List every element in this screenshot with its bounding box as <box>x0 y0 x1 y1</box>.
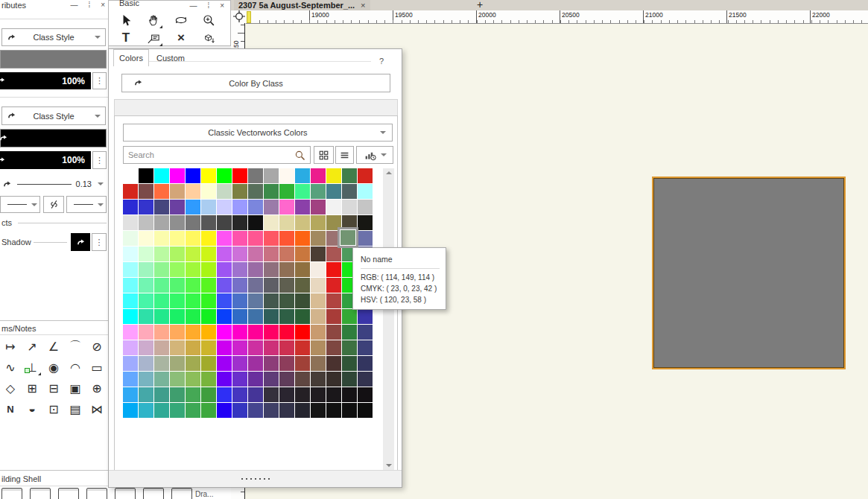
color-swatch[interactable] <box>326 278 341 293</box>
protractor-tool[interactable]: ◠ <box>66 358 85 376</box>
color-swatch[interactable] <box>326 247 341 261</box>
elevation-benchmark-tool[interactable]: ⊟ <box>44 379 63 397</box>
color-swatch[interactable] <box>342 340 357 355</box>
color-swatch[interactable] <box>217 215 232 230</box>
color-swatch[interactable] <box>326 168 341 183</box>
color-swatch[interactable] <box>326 387 341 402</box>
color-swatch[interactable] <box>217 278 232 293</box>
color-swatch[interactable] <box>279 200 294 214</box>
color-swatch[interactable] <box>311 372 326 387</box>
color-swatch[interactable] <box>311 309 326 324</box>
color-swatch[interactable] <box>139 215 153 230</box>
color-swatch[interactable] <box>139 356 153 371</box>
building-shell-tool[interactable] <box>143 488 164 499</box>
color-swatch[interactable] <box>139 184 153 199</box>
color-swatch[interactable] <box>342 356 357 371</box>
color-swatch[interactable] <box>186 247 200 261</box>
building-shell-tool[interactable] <box>58 488 79 499</box>
color-swatch[interactable] <box>170 168 185 183</box>
building-shell-tool[interactable] <box>30 488 51 499</box>
color-swatch[interactable] <box>311 168 326 183</box>
color-swatch[interactable] <box>186 340 200 355</box>
color-swatch[interactable] <box>123 168 138 183</box>
color-swatch[interactable] <box>248 309 263 324</box>
color-swatch[interactable] <box>201 262 216 277</box>
color-swatch[interactable] <box>311 247 326 261</box>
color-swatch[interactable] <box>358 168 373 183</box>
color-swatch[interactable] <box>201 340 216 355</box>
color-swatch[interactable] <box>201 356 216 371</box>
color-swatch[interactable] <box>279 372 294 387</box>
translate-view-tool[interactable] <box>199 29 218 47</box>
color-swatch[interactable] <box>186 215 200 230</box>
color-swatch[interactable] <box>279 231 294 246</box>
color-swatch[interactable] <box>139 262 153 277</box>
color-swatch[interactable] <box>295 184 310 199</box>
color-swatch[interactable] <box>358 215 373 230</box>
fill-opacity-menu-button[interactable]: ⋮ <box>92 72 107 89</box>
datum-point-tool[interactable]: ◒ <box>22 400 42 418</box>
color-swatch[interactable] <box>217 387 232 402</box>
color-swatch[interactable] <box>170 325 185 340</box>
color-swatch[interactable] <box>326 340 341 355</box>
color-swatch[interactable] <box>279 340 294 355</box>
pen-color-bar[interactable] <box>0 129 107 147</box>
color-swatch[interactable] <box>186 356 200 371</box>
color-swatch[interactable] <box>139 231 153 246</box>
color-swatch[interactable] <box>311 215 326 230</box>
callout-tool[interactable] <box>144 29 163 47</box>
color-swatch[interactable] <box>139 200 153 214</box>
color-swatch[interactable] <box>358 231 373 246</box>
callout-note-tool[interactable]: ▭ <box>87 358 107 376</box>
color-swatch[interactable] <box>295 293 310 308</box>
color-swatch[interactable] <box>217 262 232 277</box>
color-swatch[interactable] <box>170 231 185 246</box>
ordinate-dim-tool[interactable]: ⊞ <box>22 379 42 397</box>
color-swatch[interactable] <box>186 168 200 183</box>
fill-color-bar[interactable] <box>0 50 107 69</box>
color-swatch[interactable] <box>358 325 373 340</box>
color-swatch[interactable] <box>232 278 247 293</box>
color-swatch[interactable] <box>232 262 247 277</box>
color-swatch[interactable] <box>139 340 153 355</box>
color-swatch[interactable] <box>186 372 200 387</box>
color-swatch[interactable] <box>264 247 279 261</box>
color-swatch[interactable] <box>326 356 341 371</box>
color-swatch[interactable] <box>139 372 153 387</box>
color-swatch[interactable] <box>217 340 232 355</box>
color-swatch[interactable] <box>326 309 341 324</box>
pen-opacity-menu-button[interactable]: ⋮ <box>92 151 107 169</box>
close-icon[interactable]: × <box>101 1 105 9</box>
line-weight-row[interactable]: 0.13 <box>0 176 107 192</box>
angular-dim-tool[interactable]: ∠ <box>44 337 63 355</box>
dialog-resize-grip[interactable] <box>109 470 402 487</box>
color-swatch[interactable] <box>248 293 263 308</box>
color-swatch[interactable] <box>248 215 263 230</box>
color-swatch[interactable] <box>232 168 247 183</box>
color-swatch[interactable] <box>123 309 138 324</box>
color-swatch[interactable] <box>295 215 310 230</box>
color-swatch[interactable] <box>326 184 341 199</box>
color-swatch[interactable] <box>342 184 357 199</box>
color-swatch[interactable] <box>139 293 153 308</box>
flyover-tool[interactable] <box>171 11 191 29</box>
color-swatch[interactable] <box>139 168 153 183</box>
color-swatch[interactable] <box>139 247 153 261</box>
color-swatch[interactable] <box>139 403 153 418</box>
color-swatch[interactable] <box>279 184 294 199</box>
color-swatch[interactable] <box>248 356 263 371</box>
color-swatch[interactable] <box>201 309 216 324</box>
color-swatch[interactable] <box>232 184 247 199</box>
color-swatch[interactable] <box>186 262 200 277</box>
color-swatch[interactable] <box>295 247 310 261</box>
color-swatch[interactable] <box>123 387 138 402</box>
color-swatch[interactable] <box>248 325 263 340</box>
color-swatch[interactable] <box>123 293 138 308</box>
color-swatch[interactable] <box>342 168 357 183</box>
color-swatch[interactable] <box>248 403 263 418</box>
color-swatch[interactable] <box>295 403 310 418</box>
color-swatch[interactable] <box>264 325 279 340</box>
color-swatch[interactable] <box>154 356 169 371</box>
section-marker-tool[interactable]: ⊡ <box>44 400 63 418</box>
pin-icon[interactable]: ⁞ <box>207 1 209 10</box>
